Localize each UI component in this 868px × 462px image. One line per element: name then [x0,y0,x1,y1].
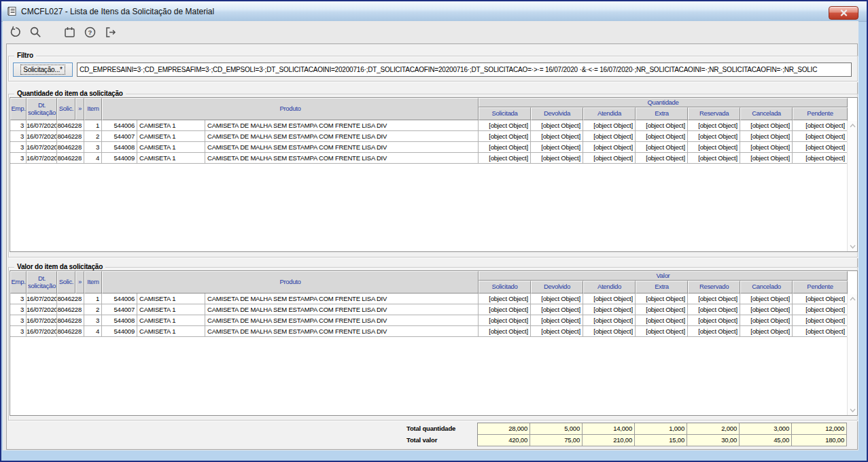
column-header-item[interactable]: Item [84,98,102,120]
column-header[interactable]: Solicitado [479,281,531,294]
cell-emp: 3 [10,304,27,315]
table-row[interactable]: 3 16/07/2020 8046228 3 544008 CAMISETA 1… [10,142,857,153]
cell-product-name: CAMISETA 1 [137,153,205,164]
cell-value: [object Object] [793,315,848,326]
cell-quantity-value: [object Object] [479,131,531,142]
cell-solic: 8046228 [57,131,84,142]
column-header-solic[interactable]: Solic. [57,98,75,120]
cell-value: [object Object] [793,304,848,315]
cell-quantity-value: [object Object] [531,120,583,131]
quantity-scrollbar[interactable] [847,121,857,251]
cell-quantity-value: [object Object] [793,153,848,164]
total-quantity-cell: 5,000 [530,423,583,435]
cell-product-name: CAMISETA 1 [137,304,205,315]
cell-quantity-value: [object Object] [583,120,636,131]
cell-product-name: CAMISETA 1 [137,326,205,337]
cell-value: [object Object] [793,294,848,304]
column-header-more[interactable]: » [75,98,84,120]
cell-emp: 3 [10,326,27,337]
table-row[interactable]: 3 16/07/2020 8046228 1 544006 CAMISETA 1… [10,294,857,304]
cell-product-desc: CAMISETA DE MALHA SEM ESTAMPA COM FRENTE… [205,142,479,153]
cell-emp: 3 [10,142,27,153]
cell-product-desc: CAMISETA DE MALHA SEM ESTAMPA COM FRENTE… [205,315,479,326]
cell-product-desc: CAMISETA DE MALHA SEM ESTAMPA COM FRENTE… [205,131,479,142]
cell-value: [object Object] [479,326,531,337]
column-header-emp[interactable]: Emp. [10,98,27,120]
table-row[interactable]: 3 16/07/2020 8046228 2 544007 CAMISETA 1… [10,304,857,315]
column-header[interactable]: Pendente [793,107,848,120]
value-merged-header: Valor [479,271,848,281]
table-row[interactable]: 3 16/07/2020 8046228 3 544008 CAMISETA 1… [10,315,857,326]
table-row[interactable]: 3 16/07/2020 8046228 1 544006 CAMISETA 1… [10,120,857,131]
table-row[interactable]: 3 16/07/2020 8046228 4 544009 CAMISETA 1… [10,153,857,164]
column-header[interactable]: Devolvido [531,281,583,294]
cell-item: 2 [84,131,102,142]
column-header-item[interactable]: Item [84,271,102,294]
cell-value: [object Object] [583,304,636,315]
window-title: CMCFL027 - Lista de Itens da Solicitação… [21,7,214,16]
scroll-down-icon[interactable] [849,408,856,413]
cell-quantity-value: [object Object] [583,153,636,164]
close-button[interactable] [829,6,858,20]
scroll-down-icon[interactable] [849,244,856,249]
column-header-date[interactable]: Dt. solicitação [27,98,57,120]
totals-section: Total quantidade Total valor 28,0005,000… [406,423,847,446]
cell-quantity-value: [object Object] [740,153,793,164]
column-header-product[interactable]: Produto [102,271,479,294]
column-header[interactable]: Extra [636,107,688,120]
cell-emp: 3 [10,294,27,304]
exit-button[interactable] [102,24,118,41]
title-bar[interactable]: CMCFL027 - Lista de Itens da Solicitação… [1,1,867,22]
column-header[interactable]: Cancelada [740,107,793,120]
cell-value: [object Object] [531,315,583,326]
cell-quantity-value: [object Object] [531,142,583,153]
cell-solic: 8046228 [57,294,84,304]
search-button[interactable] [27,24,44,41]
total-value-cell: 30,00 [687,435,740,446]
column-header[interactable]: Devolvida [531,107,583,120]
table-row[interactable]: 3 16/07/2020 8046228 2 544007 CAMISETA 1… [10,131,857,142]
column-header[interactable]: Reservada [688,107,740,120]
filter-query-input[interactable] [77,63,852,77]
cell-quantity-value: [object Object] [479,153,531,164]
value-scrollbar[interactable] [847,294,857,415]
column-header-product[interactable]: Produto [102,98,479,120]
column-header[interactable]: Solicitada [479,107,531,120]
solicitacao-button[interactable]: Solicitação...* [13,63,73,77]
column-header-date[interactable]: Dt. solicitação [27,271,57,294]
cell-item: 1 [84,120,102,131]
toolbar: ? [3,21,858,43]
calendar-button[interactable] [61,24,77,41]
refresh-button[interactable] [7,24,23,41]
cell-value: [object Object] [583,294,636,304]
column-header[interactable]: Atendida [583,107,636,120]
cell-item: 2 [84,304,102,315]
cell-product-name: CAMISETA 1 [137,294,205,304]
scroll-up-icon[interactable] [849,296,856,302]
column-header[interactable]: Extra [636,281,688,294]
total-quantity-cell: 14,000 [583,423,635,435]
column-header[interactable]: Cancelado [740,281,793,294]
column-header[interactable]: Reservado [688,281,740,294]
solicitacao-button-label: Solicitação...* [20,65,65,75]
cell-date: 16/07/2020 [27,294,57,304]
scroll-up-icon[interactable] [849,123,856,128]
column-header-more[interactable]: » [75,271,84,294]
column-header-emp[interactable]: Emp. [10,271,27,294]
cell-solic: 8046228 [57,304,84,315]
column-header-solic[interactable]: Solic. [57,271,75,294]
value-group: Valor do item da solicitação Emp. Dt. so… [8,267,858,421]
cell-value: [object Object] [688,315,740,326]
total-value-cell: 420,00 [478,435,530,446]
help-button[interactable]: ? [82,24,98,41]
value-grid: Emp. Dt. solicitação Solic. » Item Produ… [10,270,858,416]
table-row[interactable]: 3 16/07/2020 8046228 4 544009 CAMISETA 1… [10,326,857,337]
cell-value: [object Object] [793,326,848,337]
cell-product-code: 544009 [102,153,137,164]
cell-quantity-value: [object Object] [688,120,740,131]
column-header[interactable]: Pendente [793,281,848,294]
column-header[interactable]: Atendido [583,281,636,294]
cell-value: [object Object] [688,326,740,337]
filter-group: Filtro Solicitação...* [8,56,858,82]
cell-item: 3 [84,315,102,326]
